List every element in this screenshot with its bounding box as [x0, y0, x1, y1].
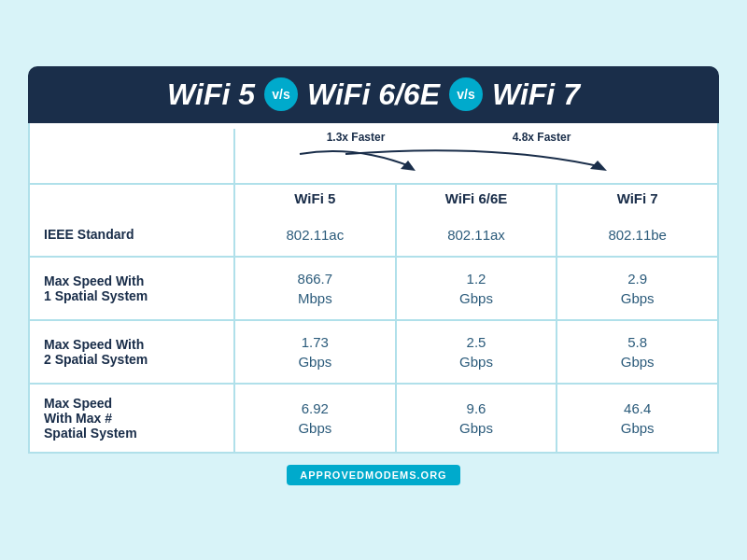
- row-cell-wifi6: 1.2 Gbps: [397, 258, 558, 319]
- footer: APPROVEDMODEMS.ORG: [28, 454, 719, 490]
- row-cell-wifi5: 6.92 Gbps: [235, 385, 397, 452]
- col-headers: WiFi 5 WiFi 6/6E WiFi 7: [28, 183, 719, 214]
- row-cell-wifi7: 5.8 Gbps: [557, 321, 717, 383]
- row-label: Max Speed With 1 Spatial System: [30, 258, 235, 319]
- vs-badge-1: v/s: [264, 77, 298, 111]
- col-header-empty: [30, 185, 235, 214]
- row-cell-wifi7: 2.9 Gbps: [557, 258, 717, 319]
- arrow-group-2: 4.8x Faster: [235, 131, 717, 173]
- table-row: Max Speed With 1 Spatial System866.7 Mbp…: [30, 258, 717, 321]
- table-row: Max Speed With Max # Spatial System6.92 …: [30, 385, 717, 452]
- row-label: IEEE Standard: [30, 214, 235, 256]
- col-header-wifi5: WiFi 5: [235, 185, 397, 214]
- row-label: Max Speed With Max # Spatial System: [30, 385, 235, 452]
- comparison-table: IEEE Standard802.11ac802.11ax802.11beMax…: [28, 214, 719, 454]
- arrows-area: 1.3x Faster 4.8x Faster: [235, 129, 717, 183]
- header: WiFi 5 v/s WiFi 6/6E v/s WiFi 7: [28, 66, 719, 123]
- table-row: Max Speed With 2 Spatial System1.73 Gbps…: [30, 321, 717, 385]
- wifi5-title: WiFi 5: [167, 77, 255, 112]
- arrow2-label: 4.8x Faster: [513, 131, 571, 144]
- main-container: WiFi 5 v/s WiFi 6/6E v/s WiFi 7 1.3x Fas…: [9, 57, 738, 504]
- col-header-wifi7: WiFi 7: [557, 185, 717, 214]
- table-row: IEEE Standard802.11ac802.11ax802.11be: [30, 214, 717, 258]
- arrows-container: 1.3x Faster 4.8x Faster: [28, 123, 719, 183]
- vs-badge-2: v/s: [449, 77, 483, 111]
- arrows-empty: [30, 129, 235, 183]
- arrow2-svg: [235, 147, 717, 173]
- wifi6-title: WiFi 6/6E: [307, 77, 440, 112]
- col-header-wifi6: WiFi 6/6E: [397, 185, 558, 214]
- row-cell-wifi6: 802.11ax: [397, 214, 558, 256]
- row-cell-wifi6: 9.6 Gbps: [397, 385, 558, 452]
- footer-badge: APPROVEDMODEMS.ORG: [287, 465, 459, 485]
- row-cell-wifi5: 1.73 Gbps: [235, 321, 397, 383]
- row-cell-wifi5: 866.7 Mbps: [235, 258, 397, 319]
- wifi7-title: WiFi 7: [492, 77, 580, 112]
- row-cell-wifi7: 46.4 Gbps: [557, 385, 717, 452]
- row-cell-wifi6: 2.5 Gbps: [397, 321, 558, 383]
- row-cell-wifi5: 802.11ac: [235, 214, 397, 256]
- row-label: Max Speed With 2 Spatial System: [30, 321, 235, 383]
- row-cell-wifi7: 802.11be: [557, 214, 717, 256]
